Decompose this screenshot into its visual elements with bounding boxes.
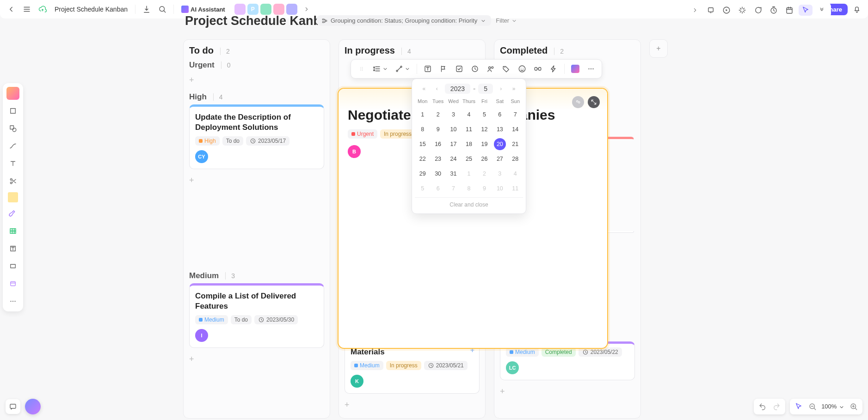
dp-day[interactable]: 13 — [494, 123, 506, 135]
more-button[interactable] — [584, 62, 598, 76]
dp-day[interactable]: 3 — [494, 168, 506, 180]
ai-chat-bubble[interactable] — [25, 399, 41, 414]
tag-button[interactable] — [499, 62, 513, 76]
dp-day[interactable]: 6 — [494, 109, 506, 121]
dp-day[interactable]: 11 — [463, 123, 475, 135]
automation-button[interactable] — [547, 62, 560, 76]
play-icon[interactable] — [720, 4, 733, 17]
collaborator-chip[interactable]: P — [247, 4, 259, 15]
pointer-tool-active[interactable] — [799, 5, 813, 16]
dp-day[interactable]: 17 — [448, 138, 460, 150]
add-card-button[interactable]: + — [345, 397, 480, 413]
emoji-button[interactable] — [515, 62, 529, 76]
insert-text-button[interactable] — [421, 62, 435, 76]
dp-day[interactable]: 3 — [448, 109, 460, 121]
dp-day[interactable]: 1 — [417, 109, 429, 121]
filter-button[interactable]: Filter — [496, 17, 517, 24]
card-materials[interactable]: + Materials Medium In progress 2023/05/2… — [345, 341, 480, 394]
dp-day[interactable]: 31 — [448, 168, 460, 180]
collaborator-chip[interactable] — [234, 4, 246, 15]
text-block-icon[interactable] — [6, 242, 19, 255]
dp-day[interactable]: 4 — [463, 109, 475, 121]
timer-icon[interactable] — [767, 4, 780, 17]
dp-day[interactable]: 25 — [463, 153, 475, 165]
collaborator-chip[interactable] — [273, 4, 284, 15]
collaborator-chip[interactable] — [286, 4, 297, 15]
card-tool-icon[interactable] — [6, 277, 19, 290]
dp-day[interactable]: 2 — [478, 168, 490, 180]
ai-button[interactable] — [568, 62, 582, 76]
card-deployment-desc[interactable]: Update the Description of Deployment Sol… — [189, 104, 324, 169]
more-tools-icon[interactable] — [6, 295, 19, 308]
collaborator-chip[interactable] — [260, 4, 271, 15]
sparkle-icon[interactable] — [736, 4, 749, 17]
dp-day[interactable]: 26 — [478, 153, 490, 165]
line-height-button[interactable] — [370, 62, 391, 76]
text-tool-icon[interactable] — [6, 157, 19, 170]
dp-day[interactable]: 8 — [463, 183, 475, 195]
frame-tool-icon[interactable] — [6, 104, 19, 117]
dp-day[interactable]: 20 — [494, 138, 506, 150]
prev-month-button[interactable]: ‹ — [432, 84, 442, 94]
clear-close-button[interactable]: Clear and close — [415, 197, 523, 209]
comment-icon[interactable] — [751, 4, 764, 17]
flag-button[interactable] — [437, 62, 450, 76]
undo-button[interactable] — [757, 402, 768, 411]
assignee-button[interactable] — [484, 62, 498, 76]
dp-day[interactable]: 6 — [432, 183, 444, 195]
dp-day[interactable]: 16 — [432, 138, 444, 150]
connector-tool-icon[interactable] — [6, 140, 19, 152]
add-card-button[interactable]: + — [189, 73, 324, 88]
add-card-button[interactable]: + — [500, 384, 635, 399]
redo-button[interactable] — [771, 402, 782, 411]
container-icon[interactable] — [6, 260, 19, 273]
dp-day[interactable]: 5 — [478, 109, 490, 121]
dp-day[interactable]: 1 — [463, 168, 475, 180]
dp-day[interactable]: 23 — [432, 153, 444, 165]
dp-day[interactable]: 19 — [478, 138, 490, 150]
zoom-level[interactable]: 100% — [821, 403, 845, 410]
dp-day[interactable]: 2 — [432, 109, 444, 121]
connection-button[interactable] — [393, 62, 413, 76]
dp-day[interactable]: 9 — [432, 123, 444, 135]
dp-day[interactable]: 9 — [478, 183, 490, 195]
add-column-button[interactable]: + — [649, 39, 668, 58]
download-button[interactable] — [140, 3, 153, 16]
notifications-icon[interactable] — [850, 3, 863, 16]
dp-day[interactable]: 27 — [494, 153, 506, 165]
card-delivered-features[interactable]: Compile a List of Delivered Features Med… — [189, 283, 324, 348]
sticky-note-icon[interactable] — [8, 192, 18, 202]
month-display[interactable]: 5 — [478, 84, 493, 94]
drag-handle-icon[interactable] — [355, 62, 369, 76]
shape-tool-icon[interactable] — [6, 122, 19, 135]
dp-day[interactable]: 30 — [432, 168, 444, 180]
next-month-button[interactable]: › — [496, 84, 506, 94]
expand-icon[interactable] — [588, 96, 600, 108]
dp-day[interactable]: 24 — [448, 153, 460, 165]
templates-icon[interactable] — [6, 87, 19, 100]
grouping-conditions[interactable]: Grouping condition: Status; Grouping con… — [317, 15, 491, 26]
scissors-icon[interactable] — [6, 175, 19, 188]
dp-day[interactable]: 18 — [463, 138, 475, 150]
table-icon[interactable] — [6, 225, 19, 237]
more-tools-chevron[interactable] — [815, 4, 828, 17]
pen-tool-icon[interactable] — [6, 207, 19, 220]
calendar-icon[interactable] — [783, 4, 796, 17]
sidebar-toggle[interactable] — [20, 3, 33, 16]
chevron-right-icon[interactable] — [689, 4, 702, 17]
collaborators-icon[interactable] — [572, 96, 584, 108]
year-display[interactable]: 2023 — [445, 84, 470, 94]
add-card-button[interactable]: + — [189, 173, 324, 188]
feedback-button[interactable] — [6, 399, 20, 414]
dp-day[interactable]: 7 — [509, 109, 521, 121]
link-button[interactable] — [531, 62, 545, 76]
prev-year-button[interactable]: « — [419, 84, 429, 94]
dp-day[interactable]: 12 — [478, 123, 490, 135]
dp-day[interactable]: 21 — [509, 138, 521, 150]
dp-day[interactable]: 29 — [417, 168, 429, 180]
ai-assistant-button[interactable]: AI Assistant — [179, 6, 228, 13]
dp-day[interactable]: 14 — [509, 123, 521, 135]
dp-day[interactable]: 8 — [417, 123, 429, 135]
back-button[interactable] — [5, 3, 18, 16]
cursor-mode-icon[interactable] — [794, 402, 804, 411]
